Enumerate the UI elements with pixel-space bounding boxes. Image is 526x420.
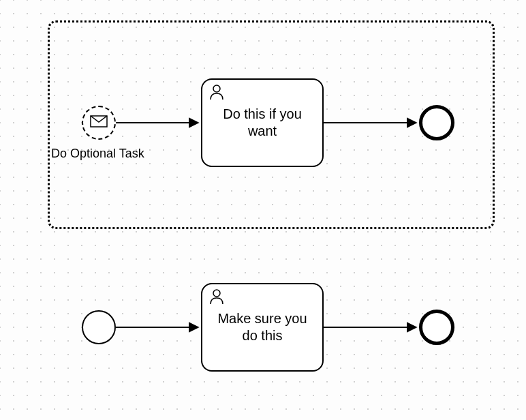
subprocess-end-event[interactable] — [419, 105, 454, 140]
user-task-optional[interactable]: Do this if you want — [201, 78, 324, 167]
svg-point-1 — [213, 85, 220, 92]
start-event[interactable] — [82, 310, 116, 344]
start-event-label: Do Optional Task — [51, 147, 144, 161]
user-icon — [209, 84, 224, 103]
svg-point-4 — [213, 290, 220, 297]
message-start-event[interactable] — [82, 106, 116, 140]
user-icon — [209, 288, 224, 308]
task-label: Make sure you do this — [209, 310, 315, 344]
envelope-icon — [90, 115, 108, 130]
sequence-flow — [324, 320, 419, 334]
task-label: Do this if you want — [209, 106, 315, 140]
user-task-mandatory[interactable]: Make sure you do this — [201, 283, 324, 372]
diagram-canvas: Do Optional Task Do this if you want — [0, 0, 526, 420]
main-end-event[interactable] — [419, 310, 454, 345]
sequence-flow — [116, 320, 201, 334]
